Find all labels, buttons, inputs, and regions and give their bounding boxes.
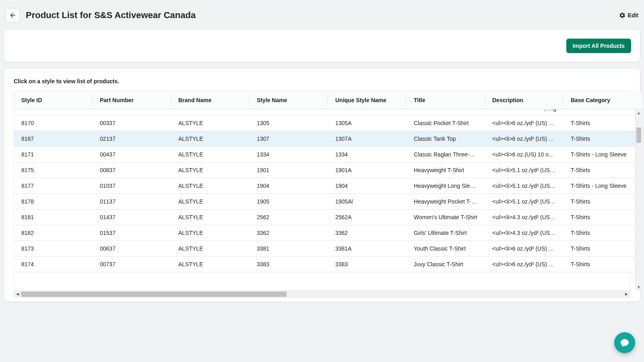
edit-button[interactable]: Edit — [619, 12, 638, 19]
table-row[interactable]: 817801137ALSTYLE19051905AlHeavyweight Po… — [14, 194, 642, 210]
table-row[interactable]: 817100437ALSTYLE13341334Classic Raglan T… — [14, 147, 642, 162]
col-header-brand-name[interactable]: Brand Name — [171, 91, 250, 109]
cell-desc: <ul><li>4.3 oz./yd² (US)... — [485, 225, 564, 241]
cell-usname: 3362 — [328, 225, 407, 241]
vertical-scrollbar[interactable]: ▲ ▼ — [635, 109, 642, 290]
cell-style_id: 8178 — [14, 194, 93, 209]
grid-body: , …g 817000337ALSTYLE13051305AClassic Po… — [14, 109, 642, 290]
cell-sname: 1905 — [250, 194, 328, 209]
cell-style_id: 8182 — [14, 225, 93, 241]
cell-desc: <ul><li>6 oz./yd² (US) 1... — [485, 115, 564, 131]
cell-style_id: 8170 — [14, 115, 93, 131]
cell-base: T-Shirts — [564, 210, 642, 225]
cell-part: 01437 — [93, 210, 171, 225]
cell-desc: <ul><li>6 oz./yd² (US) 1... — [485, 257, 564, 272]
cell-base: T-Shirts — [564, 162, 642, 178]
cell-style_id: 8171 — [14, 147, 93, 162]
cell-sname: 2562 — [250, 210, 328, 225]
cell-sname: 3381 — [250, 241, 328, 256]
cell-part: 02137 — [93, 131, 171, 146]
cell-base: T-Shirts — [564, 115, 642, 131]
horizontal-scrollbar-thumb[interactable] — [21, 292, 287, 297]
cell-brand: ALSTYLE — [171, 241, 250, 256]
cell-title: Classic Tank Top — [407, 131, 485, 146]
import-card: Import All Products — [4, 30, 640, 62]
table-row[interactable]: 817400737ALSTYLE33833383Juvy Classic T-S… — [14, 257, 642, 272]
cell-usname: 2562A — [328, 210, 407, 225]
cell-style_id: 8175 — [14, 162, 93, 178]
chat-widget-button[interactable] — [614, 332, 635, 353]
cell-base: T-Shirts - Long Sleeve — [564, 147, 642, 162]
cell-desc: <ul><li>5.1 oz./yd² (US)... — [485, 178, 564, 193]
cell-style_id: 8173 — [14, 241, 93, 256]
scroll-up-icon[interactable]: ▲ — [636, 109, 642, 116]
table-row[interactable]: 818702137ALSTYLE13071307AClassic Tank To… — [14, 131, 642, 147]
cell-base: T-Shirts — [564, 131, 642, 146]
col-header-title[interactable]: Title — [407, 91, 485, 109]
cell-usname: 1904 — [328, 178, 407, 193]
cell-part: 00637 — [93, 241, 171, 256]
horizontal-scrollbar[interactable]: ◀ ▶ — [14, 290, 630, 297]
table-row[interactable]: 817000337ALSTYLE13051305AClassic Pocket … — [14, 115, 642, 131]
cell-sname: 1307 — [250, 131, 328, 146]
cell-desc: <ul><li>5.1 oz./yd² (US)... — [485, 194, 564, 209]
cell-usname: 1905Al — [328, 194, 407, 209]
cell-usname: 3383 — [328, 257, 407, 272]
cell-style_id: 8187 — [14, 131, 93, 146]
cell-brand: ALSTYLE — [171, 210, 250, 225]
scroll-left-icon[interactable]: ◀ — [14, 291, 21, 298]
cell-sname: 1901 — [250, 162, 328, 178]
chat-icon — [620, 338, 630, 348]
gear-icon — [619, 12, 625, 19]
cell-title: Girls' Ultimate T-Shirt — [407, 225, 485, 241]
cell-part: 01537 — [93, 225, 171, 241]
table-row[interactable]: 818101437ALSTYLE25622562AWomen's Ultimat… — [14, 210, 642, 225]
cell-sname: 1334 — [250, 147, 328, 162]
col-header-base-category[interactable]: Base Category — [564, 91, 642, 109]
cell-sname: 3362 — [250, 225, 328, 241]
table-row[interactable]: 818201537ALSTYLE33623362Girls' Ultimate … — [14, 225, 642, 241]
col-header-style-name[interactable]: Style Name — [250, 91, 328, 109]
cell-brand: ALSTYLE — [171, 115, 250, 131]
import-all-products-button[interactable]: Import All Products — [566, 39, 631, 53]
col-header-unique-style-name[interactable]: Unique Style Name — [328, 91, 407, 109]
cell-desc: <ul><li>4.3 oz./yd² (US)... — [485, 210, 564, 225]
cell-style_id: 8174 — [14, 257, 93, 272]
cell-part: 01037 — [93, 178, 171, 193]
cell-desc: <ul><li>6 oz./yd² (US) 1... — [485, 131, 564, 146]
cell-usname: 3381A — [328, 241, 407, 256]
cell-title: Heavyweight Long Sleev... — [407, 178, 485, 193]
cell-brand: ALSTYLE — [171, 194, 250, 209]
col-header-description[interactable]: Description — [485, 91, 564, 109]
page-header: Product List for S&S Activewear Canada E… — [4, 4, 640, 30]
cell-brand: ALSTYLE — [171, 162, 250, 178]
back-button[interactable] — [6, 8, 20, 23]
table-row-partial[interactable]: , …g — [14, 109, 642, 115]
cell-brand: ALSTYLE — [171, 147, 250, 162]
cell-title: Classic Raglan Three-Qu... — [407, 147, 485, 162]
cell-desc: <ul><li>6 oz./yd² (US) 1... — [485, 241, 564, 256]
cell-usname: 1305A — [328, 115, 407, 131]
table-row[interactable]: 817300637ALSTYLE33813381AYouth Classic T… — [14, 241, 642, 257]
cell-part: 00437 — [93, 147, 171, 162]
cell-title: Classic Pocket T-Shirt — [407, 115, 485, 131]
table-row[interactable]: 817701037ALSTYLE19041904Heavyweight Long… — [14, 178, 642, 194]
cell-base: T-Shirts — [564, 225, 642, 241]
cell-brand: ALSTYLE — [171, 131, 250, 146]
cell-base: T-Shirts — [564, 241, 642, 256]
grid-header: Style ID Part Number Brand Name Style Na… — [14, 91, 642, 109]
col-header-part-number[interactable]: Part Number — [93, 91, 171, 109]
cell-brand: ALSTYLE — [171, 178, 250, 193]
vertical-scrollbar-thumb[interactable] — [636, 128, 641, 143]
cell-title: Women's Ultimate T-Shirt — [407, 210, 485, 225]
cell-desc: <ul><li>5.1 oz./yd² (US)... — [485, 162, 564, 178]
scroll-down-icon[interactable]: ▼ — [636, 284, 642, 290]
edit-label: Edit — [628, 12, 638, 19]
product-table-card: Click on a style to view list of product… — [4, 68, 640, 302]
cell-desc: <ul><li>6 oz.(US) 10 oz.... — [485, 147, 564, 162]
col-header-style-id[interactable]: Style ID — [14, 91, 93, 109]
table-row[interactable]: 817500837ALSTYLE19011901AHeavyweight T-S… — [14, 162, 642, 178]
scroll-right-icon[interactable]: ▶ — [623, 291, 630, 298]
cell-usname: 1307A — [328, 131, 407, 146]
cell-title: Heavyweight T-Shirt — [407, 162, 485, 178]
